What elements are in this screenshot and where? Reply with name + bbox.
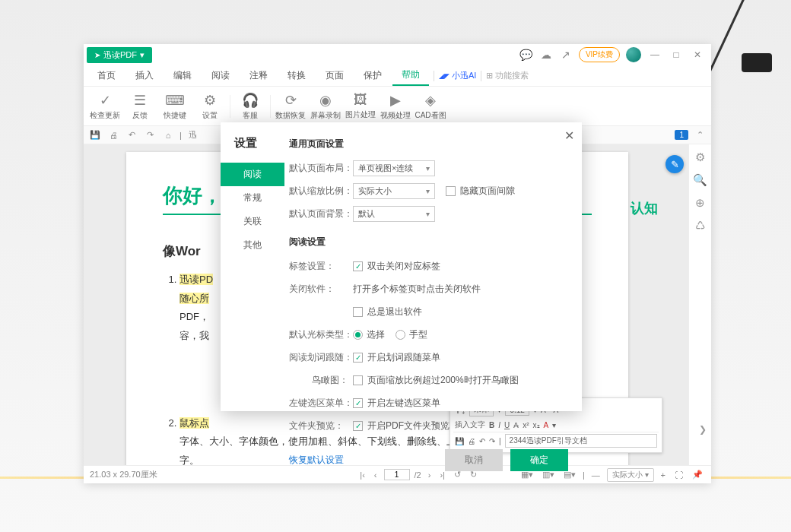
recovery-icon: ⟳ xyxy=(285,92,297,109)
first-page-icon[interactable]: |‹ xyxy=(357,470,367,480)
cursor-select-radio[interactable] xyxy=(353,330,363,340)
setting-label: 阅读划词跟随： xyxy=(289,351,353,364)
save-icon[interactable]: 💾 xyxy=(88,130,102,140)
close-button[interactable]: ✕ xyxy=(687,45,708,65)
tool-support[interactable]: 🎧客服 xyxy=(233,89,267,124)
always-exit-checkbox[interactable] xyxy=(353,307,363,317)
menu-annotate[interactable]: 注释 xyxy=(240,66,277,85)
desk-lamp-base xyxy=(742,53,772,72)
maximize-button[interactable]: □ xyxy=(666,45,687,65)
menu-search[interactable]: ⊞功能搜索 xyxy=(486,70,529,81)
bg-select[interactable]: 默认 xyxy=(353,206,435,222)
print-icon[interactable]: 🖨 xyxy=(106,131,120,140)
menu-protect[interactable]: 保护 xyxy=(354,66,391,85)
cursor-hand-radio[interactable] xyxy=(396,330,405,340)
seltrack-checkbox[interactable] xyxy=(353,353,363,363)
menu-home[interactable]: 首页 xyxy=(88,66,125,85)
floating-action-badge[interactable]: ✎ xyxy=(666,155,684,173)
highlighted-text: 随心所 xyxy=(179,293,209,304)
check-icon: ✓ xyxy=(100,92,111,109)
cloud-refresh-icon[interactable]: ♺ xyxy=(695,219,705,233)
setting-row-scale: 默认缩放比例： 实际大小 隐藏页面间隙 xyxy=(289,182,568,199)
checkbox-label: 双击关闭对应标签 xyxy=(367,260,440,273)
setting-row-cursor: 默认光标类型： 选择 手型 xyxy=(289,326,568,343)
tool-data-recovery[interactable]: ⟳数据恢复 xyxy=(274,89,307,124)
cancel-button[interactable]: 取消 xyxy=(445,449,503,471)
scale-select[interactable]: 实际大小 xyxy=(353,183,435,199)
expand-right-icon[interactable]: ❯ xyxy=(699,424,707,435)
titlebar: 迅读PDF ▾ 💬 ☁ ↗ VIP续费 — □ ✕ xyxy=(84,44,711,65)
page-dimensions: 21.03 x 29.70厘米 xyxy=(90,469,157,480)
zoom-select[interactable]: 实际大小 ▾ xyxy=(607,468,654,482)
undo-icon[interactable]: ↶ xyxy=(125,130,138,140)
settings-tab-assoc[interactable]: 关联 xyxy=(221,210,284,233)
next-page-icon[interactable]: › xyxy=(426,470,434,480)
settings-dialog: ✕ 设置 阅读 常规 关联 其他 通用页面设置 默认页面布局： 单页视图×连续 … xyxy=(221,122,582,411)
dialog-close-icon[interactable]: ✕ xyxy=(564,128,574,143)
settings-tab-read[interactable]: 阅读 xyxy=(221,163,284,186)
image-icon: 🖼 xyxy=(354,92,367,108)
tool-cad-view[interactable]: ◈CAD看图 xyxy=(414,89,447,124)
doc-greeting-tail: 认知 xyxy=(631,199,658,217)
settings-title: 设置 xyxy=(221,136,284,163)
zoom-in-icon[interactable]: + xyxy=(659,470,668,480)
menu-insert[interactable]: 插入 xyxy=(126,66,163,85)
sliders-icon[interactable]: ⚙ xyxy=(695,150,705,164)
ribbon-toolbar: ✓检查更新 ☰反馈 ⌨快捷键 ⚙设置 🎧客服 ⟳数据恢复 ◉屏幕录制 🖼图片处理… xyxy=(84,87,711,126)
chevron-up-icon[interactable]: ⌃ xyxy=(693,130,707,140)
zoom-icon[interactable]: ⊕ xyxy=(695,196,705,210)
last-page-icon[interactable]: ›| xyxy=(437,470,447,480)
tool-video-process[interactable]: ▶视频处理 xyxy=(379,89,412,124)
menu-page[interactable]: 页面 xyxy=(316,66,353,85)
ok-button[interactable]: 确定 xyxy=(510,449,568,471)
menu-ai[interactable]: 小迅AI xyxy=(439,70,476,81)
preview-checkbox[interactable] xyxy=(353,421,363,431)
restore-defaults-link[interactable]: 恢复默认设置 xyxy=(289,454,344,467)
home-icon[interactable]: ⌂ xyxy=(161,131,175,140)
cloud-icon[interactable]: ☁ xyxy=(536,45,556,65)
tool-settings[interactable]: ⚙设置 xyxy=(193,89,227,124)
setting-row-seltrack: 阅读划词跟随： 开启划词跟随菜单 xyxy=(289,349,568,366)
separator xyxy=(270,95,271,118)
menu-read[interactable]: 阅读 xyxy=(202,66,239,85)
search-icon[interactable]: 🔍 xyxy=(693,173,707,187)
tool-feedback[interactable]: ☰反馈 xyxy=(123,89,157,124)
settings-tab-general[interactable]: 常规 xyxy=(221,186,284,210)
avatar[interactable] xyxy=(626,47,641,62)
minimize-button[interactable]: — xyxy=(644,45,666,65)
app-name: 迅读PDF xyxy=(103,49,137,61)
redo-icon[interactable]: ↷ xyxy=(143,130,157,140)
settings-sidebar: 设置 阅读 常规 关联 其他 xyxy=(221,122,284,411)
share-icon[interactable]: ↗ xyxy=(556,45,576,65)
setting-row-layout: 默认页面布局： 单页视图×连续 xyxy=(289,160,568,176)
highlighted-text: 鼠标点 xyxy=(179,417,209,429)
setting-label: 文件夹预览： xyxy=(289,420,353,432)
tool-screen-record[interactable]: ◉屏幕录制 xyxy=(309,89,342,124)
tool-check-update[interactable]: ✓检查更新 xyxy=(88,89,122,124)
menu-convert[interactable]: 转换 xyxy=(278,66,315,85)
tool-shortcuts[interactable]: ⌨快捷键 xyxy=(158,89,192,124)
setting-label: 关闭软件： xyxy=(289,283,353,296)
prev-page-icon[interactable]: ‹ xyxy=(372,470,380,480)
chat-icon[interactable]: 💬 xyxy=(516,45,536,65)
pin-icon[interactable]: 📌 xyxy=(690,470,705,480)
zoom-out-icon[interactable]: — xyxy=(589,470,602,480)
tab-dropdown-icon[interactable]: 迅 xyxy=(186,129,200,141)
menu-help[interactable]: 帮助 xyxy=(392,65,429,86)
vip-badge[interactable]: VIP续费 xyxy=(579,47,620,62)
checkbox-label: 开启左键选区菜单 xyxy=(367,397,440,410)
leftmenu-checkbox[interactable] xyxy=(353,398,363,408)
setting-row-preview: 文件夹预览： 开启PDF文件夹预览 xyxy=(289,417,568,434)
menu-edit[interactable]: 编辑 xyxy=(164,66,201,85)
birdview-checkbox[interactable] xyxy=(353,375,363,385)
layout-select[interactable]: 单页视图×连续 xyxy=(353,160,435,176)
radio-label: 手型 xyxy=(409,328,427,341)
dblclick-close-checkbox[interactable] xyxy=(353,261,363,271)
checkbox-label: 开启PDF文件夹预览 xyxy=(367,420,450,432)
radio-label: 选择 xyxy=(367,328,385,341)
hide-gap-checkbox[interactable] xyxy=(446,186,456,196)
fullscreen-icon[interactable]: ⛶ xyxy=(672,470,685,480)
settings-tab-other[interactable]: 其他 xyxy=(221,233,284,257)
grid-icon: ⊞ xyxy=(486,71,493,81)
tool-image-process[interactable]: 🖼图片处理 xyxy=(344,89,377,124)
